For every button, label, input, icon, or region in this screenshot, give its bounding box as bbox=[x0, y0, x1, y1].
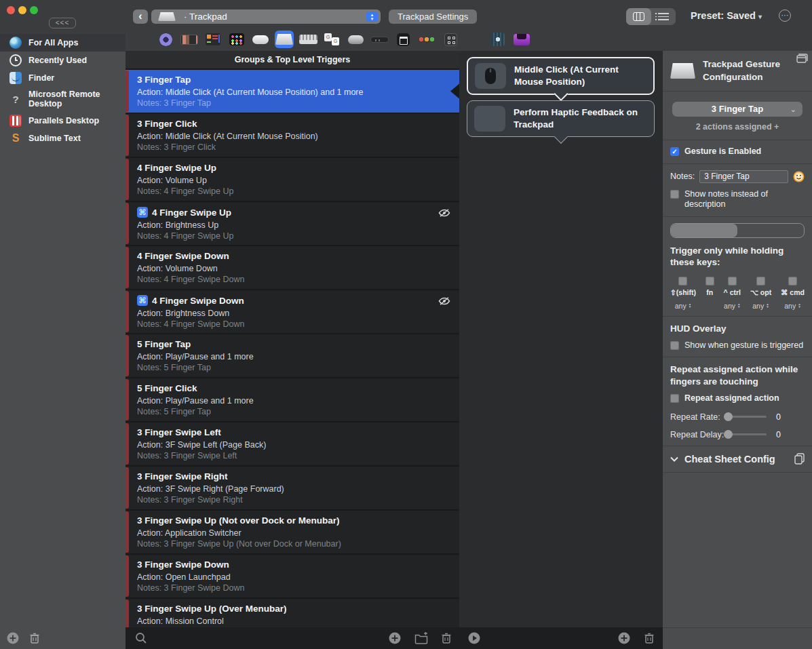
stepper-icon[interactable]: ▲▼ bbox=[366, 12, 378, 22]
sidebar-app-item[interactable]: Finder bbox=[0, 69, 125, 87]
maximize-window-button[interactable] bbox=[30, 6, 38, 14]
device-tab[interactable] bbox=[275, 31, 294, 48]
delete-app-icon[interactable] bbox=[28, 632, 41, 644]
sidebar-app-item[interactable]: S Sublime Text bbox=[0, 130, 125, 147]
window-panel-icon[interactable] bbox=[796, 54, 808, 63]
hud-show-checkbox[interactable] bbox=[670, 341, 679, 350]
trigger-row[interactable]: 5 Finger Click Action: Play/Pause and 1 … bbox=[125, 378, 459, 421]
sublime-icon: S bbox=[9, 132, 22, 144]
trigger-row[interactable]: 5 Finger Tap Action: Play/Pause and 1 mo… bbox=[125, 334, 459, 377]
modifier-any-dropdown[interactable]: any ▲▼ bbox=[675, 302, 691, 310]
device-tab[interactable] bbox=[441, 31, 460, 48]
device-tab[interactable] bbox=[322, 31, 341, 48]
modifier-any-dropdown[interactable]: any ▲▼ bbox=[784, 302, 800, 310]
back-button[interactable]: ‹ bbox=[133, 9, 148, 24]
repeat-checkbox[interactable] bbox=[670, 394, 679, 403]
modifier-any-dropdown[interactable]: any ▲▼ bbox=[724, 302, 740, 310]
hud-overlay-section: HUD Overlay Show when gesture is trigger… bbox=[663, 317, 812, 357]
device-tab[interactable] bbox=[488, 31, 507, 48]
close-window-button[interactable] bbox=[7, 6, 15, 14]
device-tab[interactable] bbox=[156, 31, 175, 48]
device-tab[interactable] bbox=[512, 31, 531, 48]
trackpad-settings-button[interactable]: Trackpad Settings bbox=[389, 9, 477, 24]
device-tab[interactable] bbox=[204, 31, 223, 48]
search-icon[interactable] bbox=[135, 632, 147, 644]
trigger-row[interactable]: 3 Finger Tap Action: Middle Click (At Cu… bbox=[125, 70, 459, 113]
trackpad-icon bbox=[275, 34, 293, 45]
more-options-icon[interactable]: ⋯ bbox=[779, 9, 791, 22]
trigger-list-header: Groups & Top Level Triggers bbox=[125, 51, 459, 68]
minimize-window-button[interactable] bbox=[18, 6, 26, 14]
panel-header: Trackpad Gesture Configuration bbox=[663, 51, 812, 92]
device-tab[interactable] bbox=[417, 31, 436, 48]
repeat-rate-slider[interactable] bbox=[724, 416, 767, 418]
columns-view-button[interactable] bbox=[626, 8, 651, 25]
trigger-row[interactable]: 3 Finger Swipe Down Action: Open Launchp… bbox=[125, 555, 459, 597]
device-tab[interactable] bbox=[251, 31, 270, 48]
config-tab[interactable] bbox=[737, 224, 804, 237]
cheat-sheet-disclosure[interactable]: Cheat Sheet Config bbox=[670, 452, 805, 466]
attached-action-card[interactable]: Perform Haptic Feedback on Trackpad bbox=[467, 100, 655, 137]
trigger-title: 3 Finger Click bbox=[137, 119, 197, 129]
trigger-row[interactable]: 3 Finger Swipe Up (Not over Dock or Menu… bbox=[125, 511, 459, 553]
show-notes-checkbox[interactable] bbox=[670, 190, 679, 199]
device-tab[interactable] bbox=[346, 31, 365, 48]
trigger-action: Action: Brightness Down bbox=[137, 309, 439, 318]
trigger-row[interactable]: ⌘ 4 Finger Swipe Down Action: Brightness… bbox=[125, 290, 459, 333]
modifier-checkbox[interactable] bbox=[705, 277, 714, 286]
gesture-enabled-checkbox[interactable]: ✓ bbox=[670, 147, 679, 156]
add-app-icon[interactable] bbox=[7, 632, 19, 644]
gesture-type-dropdown[interactable]: 3 Finger Tap ⌄ bbox=[672, 102, 803, 117]
modifier-checkbox[interactable] bbox=[678, 277, 687, 286]
device-tab[interactable] bbox=[393, 31, 412, 48]
config-tab[interactable] bbox=[671, 224, 737, 237]
device-tab[interactable] bbox=[465, 31, 484, 48]
modifier-checkbox[interactable] bbox=[788, 277, 797, 286]
add-action-icon[interactable] bbox=[618, 632, 630, 644]
sidebar-app-item[interactable]: Parallels Desktop bbox=[0, 112, 125, 130]
trigger-row[interactable]: 4 Finger Swipe Up Action: Volume Up Note… bbox=[125, 158, 459, 201]
delete-trigger-icon[interactable] bbox=[440, 632, 452, 644]
list-view-button[interactable] bbox=[651, 8, 676, 25]
trigger-row[interactable]: 3 Finger Swipe Left Action: 3F Swipe Lef… bbox=[125, 422, 459, 465]
notes-input[interactable]: 3 Finger Tap bbox=[699, 170, 788, 183]
eye-slash-icon[interactable] bbox=[438, 208, 450, 218]
touch-bar-icon bbox=[180, 35, 198, 45]
attached-action-card[interactable]: Middle Click (At Current Mouse Position) bbox=[467, 57, 655, 95]
preset-menu[interactable]: Preset: Saved ▾ bbox=[691, 10, 762, 21]
add-group-icon[interactable] bbox=[414, 632, 428, 644]
cmd-modifier-badge-icon: ⌘ bbox=[137, 207, 148, 218]
add-trigger-icon[interactable] bbox=[389, 632, 401, 644]
sidebar-app-item[interactable]: Recently Used bbox=[0, 52, 125, 69]
trigger-row[interactable]: 3 Finger Click Action: Middle Click (At … bbox=[125, 114, 459, 157]
modifier-checkbox[interactable] bbox=[756, 277, 765, 286]
trigger-title: 3 Finger Swipe Down bbox=[137, 559, 229, 570]
copy-icon[interactable] bbox=[794, 453, 805, 465]
config-panel: Trackpad Gesture Configuration 3 Finger … bbox=[663, 51, 812, 627]
device-tab[interactable] bbox=[227, 31, 246, 48]
trigger-row[interactable]: ⌘ 4 Finger Swipe Up Action: Brightness U… bbox=[125, 202, 459, 245]
sidebar-app-item[interactable]: For All Apps bbox=[0, 34, 125, 52]
modifier-checkbox[interactable] bbox=[728, 277, 737, 286]
repeat-section: Repeat assigned action while fingers are… bbox=[663, 357, 812, 446]
collapse-sidebar-button[interactable]: <<< bbox=[49, 18, 76, 28]
trigger-row[interactable]: 3 Finger Swipe Up (Over Menubar) Action:… bbox=[125, 599, 459, 627]
device-tab[interactable] bbox=[370, 31, 389, 48]
sidebar-app-item[interactable]: ? Microsoft Remote Desktop bbox=[0, 87, 125, 112]
smiley-icon[interactable] bbox=[793, 171, 805, 182]
run-action-icon[interactable] bbox=[468, 632, 480, 644]
device-tab[interactable] bbox=[298, 31, 317, 48]
repeat-delay-slider[interactable] bbox=[724, 433, 767, 435]
actions-assigned-label[interactable]: 2 actions assigned + bbox=[670, 122, 805, 134]
device-tab[interactable] bbox=[180, 31, 199, 48]
columns-view-icon bbox=[633, 12, 644, 21]
trigger-row[interactable]: 4 Finger Swipe Down Action: Volume Down … bbox=[125, 246, 459, 289]
modifier-any-dropdown[interactable]: any ▲▼ bbox=[752, 302, 769, 310]
purple-device-icon bbox=[514, 34, 530, 45]
trigger-row[interactable]: 3 Finger Swipe Right Action: 3F Swipe Ri… bbox=[125, 467, 459, 509]
device-select-dropdown[interactable]: · Trackpad ▲▼ bbox=[151, 9, 381, 24]
trigger-notes: Notes: 4 Finger Swipe Up bbox=[137, 186, 439, 196]
delete-action-icon[interactable] bbox=[643, 632, 655, 644]
trigger-notes: Notes: 3 Finger Swipe Right bbox=[137, 495, 439, 505]
eye-slash-icon[interactable] bbox=[438, 296, 450, 306]
